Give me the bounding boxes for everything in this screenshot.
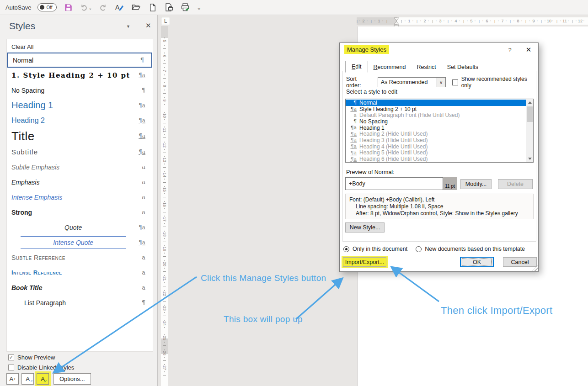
dialog-close-icon[interactable]: ✕ bbox=[524, 46, 534, 54]
style-item[interactable]: Subtle Emphasis a bbox=[7, 159, 153, 174]
style-item[interactable]: Emphasis a bbox=[7, 174, 153, 190]
style-item[interactable]: List Paragraph ¶ bbox=[7, 295, 153, 310]
style-list-item[interactable]: ¶a Heading 5 (Hide Until Used) bbox=[346, 150, 526, 156]
ruler-tick: 11 bbox=[562, 19, 567, 23]
style-item[interactable]: Clear All bbox=[7, 41, 153, 53]
scroll-up-button[interactable] bbox=[526, 99, 533, 106]
new-style-button[interactable]: New Style... bbox=[345, 222, 385, 233]
ruler-tick: 12 bbox=[162, 143, 167, 147]
new-document-button[interactable] bbox=[147, 2, 157, 12]
show-preview-checkbox[interactable]: ✓ Show Preview bbox=[8, 354, 55, 361]
delete-button[interactable]: Delete bbox=[498, 179, 533, 189]
ruler-tick: · bbox=[435, 18, 437, 23]
ruler-tick bbox=[164, 53, 165, 53]
modify-button[interactable]: Modify... bbox=[460, 179, 492, 189]
radio-new-label: New documents based on this template bbox=[425, 246, 525, 252]
sort-order-value: As Recommended bbox=[378, 79, 437, 85]
preview-font-field[interactable]: +Body bbox=[345, 177, 443, 190]
autosave-state: Off bbox=[46, 5, 52, 10]
manage-styles-button[interactable]: A✓ bbox=[37, 373, 49, 385]
ruler-tick bbox=[164, 134, 165, 135]
ruler-tick bbox=[164, 171, 165, 172]
ruler-tick: | bbox=[432, 19, 433, 23]
new-style-button-small[interactable]: A+ bbox=[6, 373, 19, 385]
tab-restrict[interactable]: Restrict bbox=[411, 62, 441, 73]
style-inspector-button[interactable]: A⌕ bbox=[21, 373, 34, 385]
ruler-tick bbox=[164, 238, 165, 239]
style-item[interactable]: Intense Reference a bbox=[7, 265, 153, 280]
ruler-tick: · bbox=[443, 18, 444, 23]
style-list-item[interactable]: ¶a Heading 4 (Hide Until Used) bbox=[346, 143, 526, 150]
sort-order-label: Sort order: bbox=[346, 76, 373, 89]
style-listbox-rows: ¶ Normal ¶a Style Heading 2 + 10 pt a De… bbox=[346, 99, 526, 162]
style-list-item[interactable]: ¶a Heading 2 (Hide Until Used) bbox=[346, 131, 526, 137]
ruler-tick bbox=[164, 37, 165, 38]
style-list-item[interactable]: ¶a Heading 1 bbox=[346, 125, 526, 131]
style-item[interactable]: Subtle Reference a bbox=[7, 250, 153, 265]
import-export-button[interactable]: Import/Export... bbox=[343, 257, 386, 267]
preview-size-field[interactable]: 11 pt bbox=[443, 177, 457, 190]
style-item[interactable]: Heading 1 ¶a bbox=[7, 98, 153, 113]
pane-chevron-down-icon[interactable]: ▼ bbox=[126, 24, 130, 29]
ruler-tick bbox=[163, 286, 166, 286]
style-item[interactable]: Title ¶a bbox=[7, 128, 153, 144]
style-list-item[interactable]: ¶a Heading 6 (Hide Until Used) bbox=[346, 156, 526, 162]
redo-button[interactable] bbox=[98, 2, 108, 12]
ruler-tick bbox=[164, 282, 165, 283]
sort-order-dropdown[interactable]: As Recommended ∨ bbox=[378, 77, 446, 87]
ruler-tick bbox=[163, 108, 166, 108]
show-preview-checkmark: ✓ bbox=[8, 354, 14, 360]
style-item[interactable]: Strong a bbox=[7, 205, 153, 220]
format-painter-button[interactable]: A bbox=[114, 2, 124, 12]
scrollbar-thumb[interactable] bbox=[527, 106, 533, 122]
pane-close-icon[interactable]: ✕ bbox=[145, 21, 151, 30]
autosave-toggle-knob bbox=[40, 5, 44, 10]
open-button[interactable] bbox=[131, 2, 141, 12]
listbox-scrollbar[interactable] bbox=[526, 99, 533, 162]
radio-only-this-document[interactable] bbox=[343, 246, 349, 252]
scroll-down-button[interactable] bbox=[526, 155, 533, 162]
undo-button[interactable]: ∨ bbox=[80, 3, 91, 12]
style-item[interactable]: Book Title a bbox=[7, 280, 153, 295]
style-list-item[interactable]: ¶ No Spacing bbox=[346, 118, 526, 125]
style-item[interactable]: Subtitle ¶a bbox=[7, 144, 153, 159]
horizontal-ruler[interactable]: 1|··2|··3|··4|··5|··6|··7|··8|··9|··10|·… bbox=[357, 17, 588, 25]
tab-recommend[interactable]: Recommend bbox=[368, 62, 412, 73]
ruler-tick bbox=[164, 327, 165, 328]
style-item[interactable]: No Spacing ¶ bbox=[7, 83, 153, 98]
ruler-tick: 22 bbox=[162, 291, 167, 296]
tab-stop-selector[interactable]: L bbox=[161, 17, 170, 25]
style-item[interactable]: Normal ¶ bbox=[7, 53, 152, 68]
tab-edit[interactable]: Edit bbox=[345, 61, 368, 73]
ruler-tick: · bbox=[544, 18, 545, 23]
cancel-button[interactable]: Cancel bbox=[503, 257, 537, 267]
ruler-tick: 4 bbox=[454, 19, 457, 23]
disable-linked-styles-checkbox[interactable]: Disable Linked Styles bbox=[8, 364, 74, 371]
undo-dropdown-icon[interactable]: ∨ bbox=[89, 7, 91, 11]
customize-toolbar-button[interactable]: ⌄ bbox=[197, 4, 201, 11]
dropdown-chevron-icon[interactable]: ∨ bbox=[437, 78, 445, 87]
style-item[interactable]: Heading 2 ¶a bbox=[7, 113, 153, 128]
ruler-tick: · bbox=[451, 18, 452, 23]
radio-new-documents[interactable] bbox=[416, 246, 422, 252]
ruler-tick: 27 bbox=[162, 365, 167, 370]
ruler-tick bbox=[164, 67, 165, 68]
style-item[interactable]: 1. Style Heading 2 + 10 pt ¶a bbox=[7, 68, 153, 83]
tab-set-defaults[interactable]: Set Defaults bbox=[442, 62, 484, 73]
show-recommended-checkbox[interactable] bbox=[452, 79, 458, 85]
style-list-item[interactable]: ¶ Normal bbox=[346, 100, 526, 106]
save-button[interactable] bbox=[63, 2, 73, 12]
style-item[interactable]: Quote ¶a bbox=[7, 220, 153, 235]
style-list-item[interactable]: ¶a Style Heading 2 + 10 pt bbox=[346, 106, 526, 112]
ok-button[interactable]: OK bbox=[460, 257, 494, 267]
style-list-item[interactable]: a Default Paragraph Font (Hide Until Use… bbox=[346, 112, 526, 118]
style-item[interactable]: Intense Quote ¶a bbox=[7, 235, 153, 250]
vertical-ruler[interactable]: 5678910111213141516171819202122232425262… bbox=[161, 26, 168, 386]
options-button[interactable]: Options... bbox=[53, 373, 91, 385]
style-item[interactable]: Intense Emphasis a bbox=[7, 190, 153, 205]
print-preview-button[interactable] bbox=[164, 2, 174, 12]
quick-print-button[interactable] bbox=[180, 2, 190, 12]
autosave-toggle[interactable]: Off bbox=[37, 3, 57, 11]
help-icon[interactable]: ? bbox=[505, 47, 514, 53]
style-list-item[interactable]: ¶a Heading 3 (Hide Until Used) bbox=[346, 137, 526, 143]
